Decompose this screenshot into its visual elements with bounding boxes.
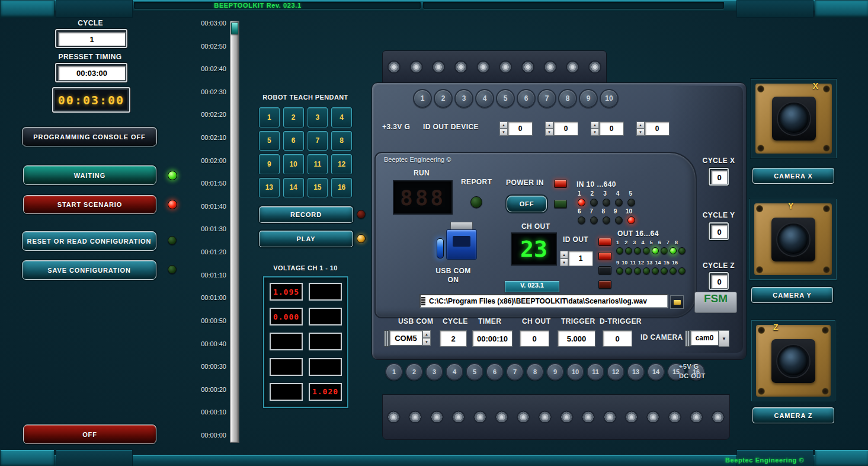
spin-up-icon[interactable]: ▲ — [560, 251, 568, 258]
save-configuration-button[interactable]: SAVE CONFIGURATION — [22, 260, 156, 280]
spinner-arrows[interactable]: ▲▼ — [499, 122, 508, 136]
power-out-label-1: +5V G — [679, 363, 699, 370]
scenario-path-input[interactable] — [419, 294, 668, 308]
id-out-device-spinner[interactable]: ▲▼ 0 — [636, 122, 670, 136]
spin-down-icon[interactable]: ▼ — [591, 129, 599, 136]
cycle-field[interactable]: 2 — [440, 330, 467, 347]
top-terminal-numbers: 12345678910 — [413, 89, 619, 108]
in-row2-leds — [578, 216, 635, 224]
voltage-display — [309, 333, 342, 350]
terminal-number: 4 — [475, 89, 494, 108]
corner-deco-top-right — [815, 0, 868, 18]
preset-timing-field[interactable]: 00:03:00 — [55, 63, 127, 82]
pendant-key[interactable]: 6 — [283, 131, 304, 151]
id-out-device-spinner[interactable]: ▲▼ 0 — [545, 122, 578, 136]
dropdown-arrow-icon[interactable]: ▼ — [719, 330, 729, 347]
timeline-slider-thumb[interactable] — [231, 23, 238, 34]
pendant-key[interactable]: 7 — [308, 131, 328, 151]
mount-hole — [822, 327, 829, 334]
pendant-key[interactable]: 1 — [259, 107, 280, 127]
camera-select[interactable]: cam0 ▼ — [685, 330, 729, 346]
spinner-arrows[interactable]: ▲▼ — [422, 330, 431, 346]
out-channel-number: 14 — [655, 260, 661, 266]
pendant-key[interactable]: 8 — [331, 131, 352, 151]
spin-up-icon[interactable]: ▲ — [422, 330, 431, 338]
spin-up-icon[interactable]: ▲ — [591, 122, 599, 129]
pendant-key[interactable]: 14 — [283, 178, 304, 198]
spin-down-icon[interactable]: ▼ — [545, 129, 553, 136]
record-button[interactable]: RECORD — [259, 206, 353, 223]
spin-down-icon[interactable]: ▼ — [636, 129, 645, 136]
pendant-keypad: 12345678910111213141516 — [259, 107, 352, 197]
pendant-key[interactable]: 15 — [308, 178, 328, 198]
waiting-button[interactable]: WAITING — [23, 165, 156, 185]
spinner-arrows[interactable]: ▲▼ — [591, 122, 599, 136]
camera-y-button[interactable]: CAMERA Y — [751, 287, 833, 303]
usb-label-line1: USB COM — [430, 267, 477, 276]
pendant-key[interactable]: 11 — [308, 154, 328, 174]
programming-console-button[interactable]: PROGRAMMING CONSOLE OFF — [22, 127, 157, 146]
spin-up-icon[interactable]: ▲ — [636, 122, 645, 129]
spin-down-icon[interactable]: ▼ — [499, 129, 508, 136]
voltage-display — [309, 358, 342, 376]
terminal-number: 4 — [446, 363, 463, 381]
pendant-key[interactable]: 5 — [259, 131, 280, 151]
in-channel-number: 8 — [601, 208, 605, 215]
pendant-key[interactable]: 2 — [283, 107, 304, 127]
cycle-label: CYCLE — [56, 19, 124, 27]
d-trigger-field[interactable]: 0 — [603, 330, 632, 347]
voltage-title: VOLTAGE CH 1 - 10 — [259, 264, 352, 272]
camera-z-letter: Z — [773, 323, 779, 332]
power-in-label: POWER IN — [506, 178, 544, 187]
pendant-key[interactable]: 16 — [331, 178, 352, 198]
spin-up-icon[interactable]: ▲ — [545, 122, 553, 129]
id-out-device-spinners: ▲▼ 0 ▲▼ 0 ▲▼ 0 ▲▼ 0 — [499, 122, 670, 136]
out-led — [670, 267, 677, 275]
pendant-key[interactable]: 3 — [308, 107, 328, 127]
camera-z-button[interactable]: CAMERA Z — [752, 407, 834, 423]
timeline-slider-track[interactable] — [230, 21, 239, 443]
preset-timing-value[interactable]: 00:03:00 — [58, 66, 126, 81]
spin-down-icon[interactable]: ▼ — [560, 258, 568, 266]
id-out-device-value: 0 — [508, 122, 533, 136]
spin-down-icon[interactable]: ▼ — [422, 338, 431, 346]
pendant-key[interactable]: 10 — [283, 154, 304, 174]
in-channel-number: 1 — [578, 190, 581, 197]
mount-hole — [823, 85, 830, 92]
camera-y-image: Y — [750, 199, 837, 280]
trigger-field[interactable]: 5.000 — [558, 330, 595, 347]
com-port-select[interactable]: COM5 ▲▼ — [384, 330, 431, 346]
settings-label-d-trigger: D-TRIGGER — [600, 317, 642, 325]
out-row1-numbers: 12345678 — [616, 240, 678, 245]
reset-read-configuration-button[interactable]: RESET OR READ CONFIGURATION — [22, 231, 156, 251]
out-channel-number: 3 — [633, 240, 636, 245]
corner-deco-top-left — [0, 0, 55, 18]
ch-out-field[interactable]: 0 — [520, 330, 549, 347]
spinner-arrows[interactable]: ▲▼ — [545, 122, 553, 136]
camera-x-button[interactable]: CAMERA X — [752, 168, 834, 184]
out-led — [634, 267, 641, 275]
pendant-key[interactable]: 9 — [259, 154, 280, 174]
timer-display-frame: 00:03:00 — [52, 87, 130, 113]
id-out-spinner[interactable]: ▲▼ 1 — [560, 251, 593, 266]
spinner-arrows[interactable]: ▲▼ — [560, 251, 568, 266]
id-out-device-spinner[interactable]: ▲▼ 0 — [499, 122, 533, 136]
spinner-arrows[interactable]: ▲▼ — [636, 122, 645, 136]
save-configuration-led — [168, 265, 177, 274]
pendant-key[interactable]: 13 — [259, 178, 280, 198]
mount-hole — [823, 145, 830, 152]
browse-button[interactable] — [670, 295, 684, 309]
pendant-key[interactable]: 4 — [331, 107, 352, 127]
in-led — [627, 216, 635, 224]
terminal-number: 7 — [506, 363, 524, 381]
off-button[interactable]: OFF — [23, 424, 156, 444]
id-out-device-spinner[interactable]: ▲▼ 0 — [591, 122, 624, 136]
timer-field[interactable]: 00:00:10 — [472, 330, 513, 347]
terminal-number: 5 — [496, 89, 515, 108]
start-scenario-button[interactable]: START SCENARIO — [23, 195, 156, 214]
power-off-button[interactable]: OFF — [507, 196, 547, 212]
play-button[interactable]: PLAY — [259, 231, 353, 247]
pendant-key[interactable]: 12 — [331, 154, 352, 174]
out-led — [616, 247, 623, 254]
spin-up-icon[interactable]: ▲ — [499, 122, 508, 129]
